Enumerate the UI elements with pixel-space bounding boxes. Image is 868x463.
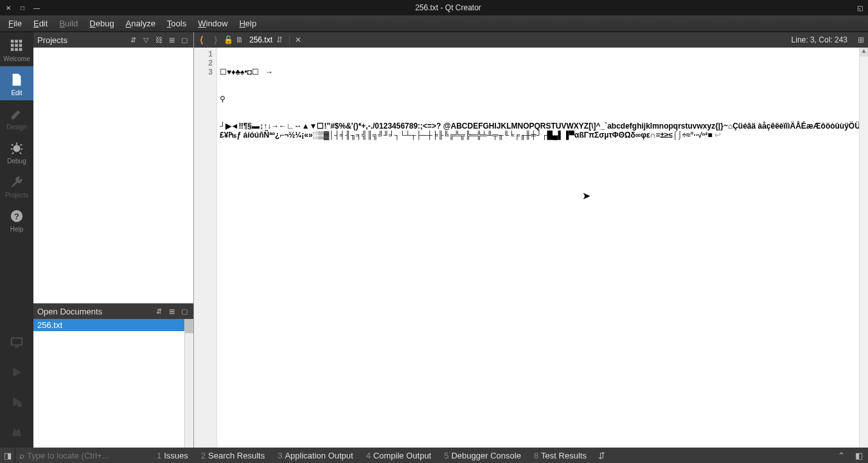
editor-tab-title[interactable]: 256.txt [245,35,276,44]
open-documents-list: 256.txt [33,319,193,448]
line-number: 1 [194,50,213,59]
mode-edit[interactable]: Edit [0,66,33,100]
window-title: 256.txt - Qt Creator [40,3,856,12]
filter-icon[interactable]: ▽ [141,35,151,45]
code-line: ⚲ [220,95,865,104]
wrench-icon [8,174,25,190]
output-issues[interactable]: 1Issues [150,451,195,460]
toggle-right-sidebar-icon[interactable]: ◧ [850,451,868,460]
projects-panel-title: Projects [37,35,125,45]
mode-design[interactable]: Design [0,100,33,134]
close-tab-icon[interactable]: ✕ [289,35,306,44]
run-icon[interactable] [10,359,24,388]
line-number: 2 [194,59,213,68]
output-debugger-console[interactable]: 5Debugger Console [438,451,527,460]
pencil-icon [8,105,25,122]
chevron-updown-icon[interactable]: ⇵ [154,306,164,316]
help-icon: ? [8,208,25,224]
build-icon[interactable] [10,418,24,448]
wrap-indicator-icon: ↩ [714,131,721,140]
projects-tree[interactable] [33,48,193,304]
title-bar: ✕ □ — 256.txt - Qt Creator ◱ [0,0,868,15]
nav-back-icon[interactable]: ⟨ [194,33,208,47]
menu-window[interactable]: Window [192,17,233,30]
code-editor[interactable]: 1 2 3 ☐♥♦♣♠•◘☐ → ⚲ ┘▶◄‼¶§▬↨↑↓→←∟↔▲▼☐!"#$… [194,48,868,448]
code-line: ┘▶◄‼¶§▬↨↑↓→←∟↔▲▼☐!"#$%&'()*+,-./01234567… [220,122,865,140]
output-search-results[interactable]: 2Search Results [195,451,271,460]
close-panel-icon[interactable]: ▢ [179,306,190,316]
svg-rect-0 [11,40,14,43]
scrollbar[interactable] [184,319,193,448]
menu-analyze[interactable]: Analyze [120,17,161,30]
window-max-icon[interactable]: □ [19,5,26,11]
progress-toggle-icon[interactable]: ⌃ [833,451,850,460]
menu-edit[interactable]: Edit [28,17,53,30]
menu-build[interactable]: Build [53,17,84,30]
chevron-updown-icon[interactable]: ⇵ [593,451,610,460]
link-icon[interactable]: ⛓ [154,35,164,45]
menu-bar: File Edit Build Debug Analyze Tools Wind… [0,15,868,32]
lock-icon[interactable]: 🔓 [222,35,234,44]
svg-rect-3 [11,44,14,47]
svg-point-12 [13,145,21,152]
svg-rect-1 [15,40,18,43]
close-panel-icon[interactable]: ▢ [179,35,190,45]
svg-rect-2 [19,40,22,43]
side-column: Projects ⇵ ▽ ⛓ ⊞ ▢ Open Documents ⇵ ⊞ ▢ … [33,32,194,448]
split-panel-icon[interactable]: ⊞ [166,306,177,316]
svg-point-17 [17,403,22,407]
svg-rect-7 [15,48,18,51]
scroll-up-icon[interactable]: ▲ [860,48,868,57]
opendocs-panel-header: Open Documents ⇵ ⊞ ▢ [33,304,193,319]
editor-area: ⟨ ⟩ 🔓 🗎 256.txt ⇵ ✕ Line: 3, Col: 243 ⊞ … [194,32,868,448]
chevron-updown-icon[interactable]: ⇵ [276,35,287,44]
status-bar: ◨ ⌕ 1Issues 2Search Results 3Application… [0,448,868,463]
document-icon [8,71,25,88]
window-restore-icon[interactable]: ◱ [856,5,863,11]
svg-rect-15 [12,338,22,345]
mode-welcome[interactable]: Welcome [0,32,33,66]
menu-debug[interactable]: Debug [84,17,120,30]
scrollbar[interactable]: ▲ [859,48,868,448]
svg-text:?: ? [14,212,19,221]
mode-label: Design [6,123,26,131]
svg-rect-16 [15,347,19,348]
svg-rect-9 [13,77,19,78]
mode-label: Projects [5,192,28,199]
mode-label: Help [10,226,24,233]
locator-input[interactable] [27,451,136,460]
locator[interactable]: ⌕ [15,451,150,460]
svg-rect-11 [13,81,17,82]
menu-tools[interactable]: Tools [161,17,192,30]
code-content[interactable]: ☐♥♦♣♠•◘☐ → ⚲ ┘▶◄‼¶§▬↨↑↓→←∟↔▲▼☐!"#$%&'()*… [217,48,868,448]
run-debug-icon[interactable] [10,388,24,418]
projects-panel-header: Projects ⇵ ▽ ⛓ ⊞ ▢ [33,32,193,48]
search-icon: ⌕ [19,451,24,460]
line-gutter: 1 2 3 [194,48,217,448]
monitor-icon[interactable] [10,329,24,359]
code-line: ☐♥♦♣♠•◘☐ → [220,68,865,77]
open-document-item[interactable]: 256.txt [33,319,193,331]
svg-rect-8 [19,48,22,51]
split-editor-icon[interactable]: ⊞ [854,35,868,44]
output-application-output[interactable]: 3Application Output [271,451,359,460]
mode-debug[interactable]: Debug [0,134,33,168]
split-panel-icon[interactable]: ⊞ [166,35,177,45]
mode-bar: Welcome Edit Design Debug Projects ? Hel… [0,32,33,448]
output-compile-output[interactable]: 4Compile Output [360,451,438,460]
mode-label: Edit [11,89,22,96]
window-min-icon[interactable]: — [33,5,40,11]
chevron-updown-icon[interactable]: ⇵ [128,35,138,45]
editor-toolbar: ⟨ ⟩ 🔓 🗎 256.txt ⇵ ✕ Line: 3, Col: 243 ⊞ [194,32,868,48]
menu-help[interactable]: Help [233,17,262,30]
mode-help[interactable]: ? Help [0,203,33,237]
cursor-position[interactable]: Line: 3, Col: 243 [785,35,854,44]
window-close-icon[interactable]: ✕ [5,5,12,11]
svg-rect-10 [13,79,19,80]
mode-projects[interactable]: Projects [0,168,33,203]
menu-file[interactable]: File [3,17,28,30]
svg-rect-6 [11,48,14,51]
toggle-left-sidebar-icon[interactable]: ◨ [0,448,15,463]
output-test-results[interactable]: 8Test Results [527,451,593,460]
nav-forward-icon[interactable]: ⟩ [208,33,222,47]
